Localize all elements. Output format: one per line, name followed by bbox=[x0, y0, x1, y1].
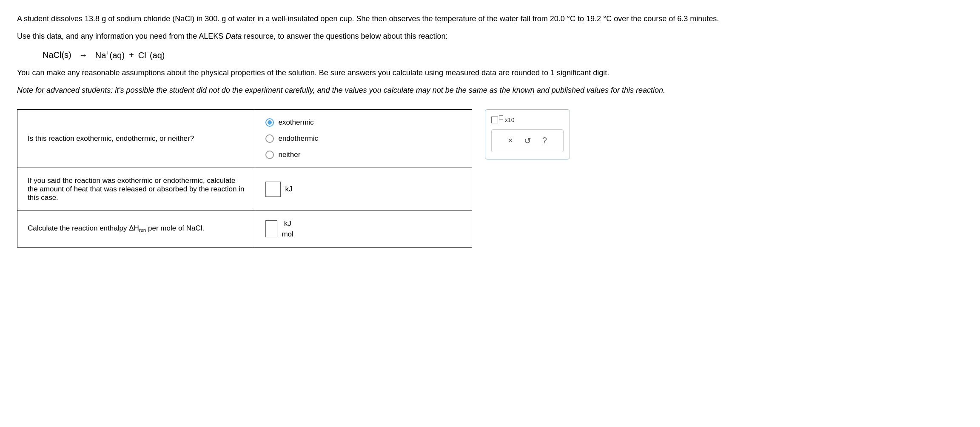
undo-button[interactable]: ↺ bbox=[522, 134, 533, 148]
q3-input-group: kJ mol bbox=[265, 219, 462, 239]
fraction-numerator: kJ bbox=[283, 219, 292, 229]
q3-text-content: Calculate the reaction enthalpy ΔHrxn pe… bbox=[28, 224, 204, 232]
radio-group: exothermic endothermic neither bbox=[265, 118, 462, 159]
q3-text: Calculate the reaction enthalpy ΔHrxn pe… bbox=[17, 211, 255, 247]
paragraph-1: A student dissolves 13.8 g of sodium chl… bbox=[17, 13, 963, 25]
q3-input-box[interactable] bbox=[265, 220, 277, 237]
paragraph-3: You can make any reasonable assumptions … bbox=[17, 67, 963, 79]
radio-label-neither: neither bbox=[278, 151, 300, 159]
table-row: Calculate the reaction enthalpy ΔHrxn pe… bbox=[17, 211, 472, 247]
radio-neither[interactable]: neither bbox=[265, 151, 462, 159]
q1-answer: exothermic endothermic neither bbox=[255, 109, 472, 168]
x10-small-square-icon bbox=[499, 115, 503, 120]
clear-button[interactable]: × bbox=[506, 134, 515, 147]
table-row: Is this reaction exothermic, endothermic… bbox=[17, 109, 472, 168]
q2-input-box[interactable] bbox=[265, 182, 281, 197]
question-table: Is this reaction exothermic, endothermic… bbox=[17, 109, 472, 248]
q1-text: Is this reaction exothermic, endothermic… bbox=[17, 109, 255, 168]
eq-arrow: → bbox=[79, 50, 88, 60]
eq-na: Na+(aq) bbox=[95, 49, 125, 60]
table-row: If you said the reaction was exothermic … bbox=[17, 168, 472, 211]
kj-mol-fraction: kJ mol bbox=[282, 219, 293, 239]
x10-box: x10 bbox=[491, 117, 515, 123]
eq-left: NaCl(s) bbox=[43, 50, 71, 60]
eq-plus: + bbox=[129, 50, 134, 60]
radio-endothermic[interactable]: endothermic bbox=[265, 134, 462, 143]
q2-text: If you said the reaction was exothermic … bbox=[17, 168, 255, 211]
q2-unit: kJ bbox=[285, 185, 292, 194]
x10-checkbox[interactable] bbox=[491, 117, 498, 123]
side-panel-top: x10 bbox=[491, 117, 564, 123]
radio-circle-neither bbox=[265, 151, 274, 159]
eq-cl: Cl−(aq) bbox=[138, 49, 165, 60]
table-section: Is this reaction exothermic, endothermic… bbox=[17, 109, 963, 248]
x10-label: x10 bbox=[505, 117, 515, 123]
help-button[interactable]: ? bbox=[541, 134, 549, 147]
radio-circle-exothermic bbox=[265, 118, 274, 127]
note-text: Note for advanced students: it's possibl… bbox=[17, 84, 963, 97]
fraction-denominator: mol bbox=[282, 229, 293, 239]
radio-exothermic[interactable]: exothermic bbox=[265, 118, 462, 127]
radio-label-endothermic: endothermic bbox=[278, 134, 318, 143]
q2-input-group: kJ bbox=[265, 182, 462, 197]
q3-answer: kJ mol bbox=[255, 211, 472, 247]
paragraph-2: Use this data, and any information you n… bbox=[17, 30, 963, 43]
side-panel: x10 × ↺ ? bbox=[485, 109, 570, 159]
chemical-equation: NaCl(s) → Na+(aq) + Cl−(aq) bbox=[43, 49, 963, 60]
side-panel-buttons: × ↺ ? bbox=[491, 129, 564, 152]
q2-answer: kJ bbox=[255, 168, 472, 211]
radio-circle-endothermic bbox=[265, 134, 274, 143]
radio-label-exothermic: exothermic bbox=[278, 118, 313, 127]
